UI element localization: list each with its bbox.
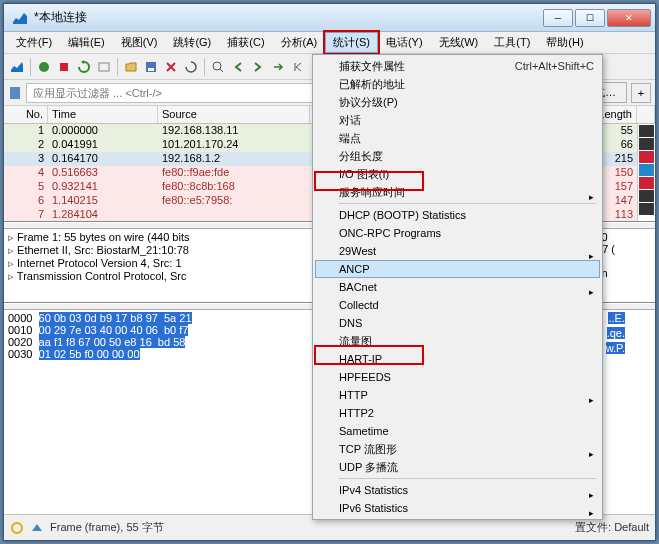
toolbar-shark-icon[interactable] — [8, 58, 26, 76]
menu-item[interactable]: I/O 图表(I) — [315, 165, 600, 183]
menu-item[interactable]: 对话 — [315, 111, 600, 129]
toolbar-start-icon[interactable] — [35, 58, 53, 76]
menu-item[interactable]: ANCP — [315, 260, 600, 278]
menu-tools[interactable]: 工具(T) — [486, 32, 538, 53]
titlebar: *本地连接 ─ ☐ ✕ — [4, 4, 655, 32]
toolbar-next-icon[interactable] — [249, 58, 267, 76]
svg-rect-4 — [148, 68, 154, 71]
toolbar-find-icon[interactable] — [209, 58, 227, 76]
menu-item[interactable]: 分组长度 — [315, 147, 600, 165]
menu-item[interactable]: DHCP (BOOTP) Statistics — [315, 206, 600, 224]
menu-item[interactable]: 端点 — [315, 129, 600, 147]
window-title: *本地连接 — [34, 9, 543, 26]
status-capture-icon — [10, 521, 24, 535]
svg-point-15 — [12, 523, 22, 533]
toolbar-options-icon[interactable] — [95, 58, 113, 76]
menu-item[interactable]: TCP 流图形 — [315, 440, 600, 458]
toolbar-close-icon[interactable] — [162, 58, 180, 76]
menubar: 文件(F) 编辑(E) 视图(V) 跳转(G) 捕获(C) 分析(A) 统计(S… — [4, 32, 655, 54]
maximize-button[interactable]: ☐ — [575, 9, 605, 27]
svg-point-5 — [213, 62, 221, 70]
toolbar-prev-icon[interactable] — [229, 58, 247, 76]
menu-item[interactable]: BACnet — [315, 278, 600, 296]
toolbar-save-icon[interactable] — [142, 58, 160, 76]
svg-rect-1 — [60, 63, 68, 71]
col-time[interactable]: Time — [48, 106, 158, 123]
menu-edit[interactable]: 编辑(E) — [60, 32, 113, 53]
menu-item[interactable]: HTTP — [315, 386, 600, 404]
statistics-menu: 捕获文件属性Ctrl+Alt+Shift+C已解析的地址协议分级(P)对话端点分… — [312, 54, 603, 520]
toolbar-first-icon[interactable] — [289, 58, 307, 76]
col-source[interactable]: Source — [158, 106, 310, 123]
toolbar-open-icon[interactable] — [122, 58, 140, 76]
svg-rect-14 — [10, 87, 20, 99]
menu-item[interactable]: ONC-RPC Programs — [315, 224, 600, 242]
app-window: *本地连接 ─ ☐ ✕ 文件(F) 编辑(E) 视图(V) 跳转(G) 捕获(C… — [3, 3, 656, 541]
toolbar-stop-icon[interactable] — [55, 58, 73, 76]
menu-item[interactable]: HART-IP — [315, 350, 600, 368]
menu-item[interactable]: 已解析的地址 — [315, 75, 600, 93]
menu-capture[interactable]: 捕获(C) — [219, 32, 272, 53]
menu-view[interactable]: 视图(V) — [113, 32, 166, 53]
filter-add-button[interactable]: + — [631, 83, 651, 103]
toolbar-goto-icon[interactable] — [269, 58, 287, 76]
col-no[interactable]: No. — [4, 106, 48, 123]
menu-item[interactable]: DNS — [315, 314, 600, 332]
menu-item[interactable]: IPv6 Statistics — [315, 499, 600, 517]
menu-item[interactable]: Sametime — [315, 422, 600, 440]
menu-wireless[interactable]: 无线(W) — [431, 32, 487, 53]
packet-minimap[interactable] — [637, 124, 655, 221]
app-icon — [12, 10, 28, 26]
menu-item[interactable]: UDP 多播流 — [315, 458, 600, 476]
menu-file[interactable]: 文件(F) — [8, 32, 60, 53]
svg-rect-2 — [99, 63, 109, 71]
menu-item[interactable]: 捕获文件属性Ctrl+Alt+Shift+C — [315, 57, 600, 75]
menu-item[interactable]: 协议分级(P) — [315, 93, 600, 111]
menu-item[interactable]: 服务响应时间 — [315, 183, 600, 201]
menu-item[interactable]: 29West — [315, 242, 600, 260]
menu-statistics[interactable]: 统计(S) — [325, 32, 378, 53]
menu-go[interactable]: 跳转(G) — [165, 32, 219, 53]
menu-item[interactable]: Collectd — [315, 296, 600, 314]
close-button[interactable]: ✕ — [607, 9, 651, 27]
minimize-button[interactable]: ─ — [543, 9, 573, 27]
window-buttons: ─ ☐ ✕ — [543, 9, 651, 27]
status-left: Frame (frame), 55 字节 — [50, 520, 164, 535]
menu-item[interactable]: HPFEEDS — [315, 368, 600, 386]
status-expert-icon[interactable] — [30, 521, 44, 535]
status-right: 置文件: Default — [575, 520, 649, 535]
toolbar-reload-icon[interactable] — [182, 58, 200, 76]
filter-bookmark-icon[interactable] — [8, 86, 22, 100]
menu-item[interactable]: HTTP2 — [315, 404, 600, 422]
menu-item[interactable]: 流量图 — [315, 332, 600, 350]
svg-point-0 — [39, 62, 49, 72]
menu-analyze[interactable]: 分析(A) — [273, 32, 326, 53]
menu-item[interactable]: IPv4 Statistics — [315, 481, 600, 499]
toolbar-restart-icon[interactable] — [75, 58, 93, 76]
menu-help[interactable]: 帮助(H) — [538, 32, 591, 53]
menu-telephony[interactable]: 电话(Y) — [378, 32, 431, 53]
